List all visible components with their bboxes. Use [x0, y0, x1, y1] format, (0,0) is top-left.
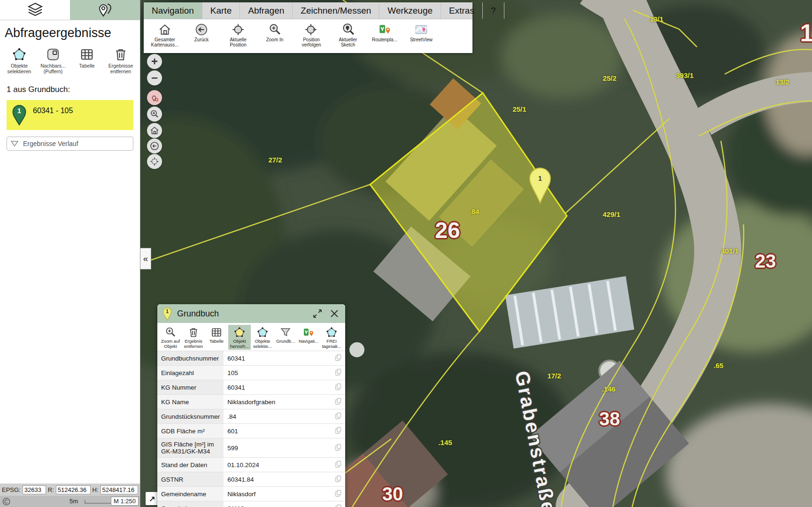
results-history-toggle[interactable]: Ergebnisse Verlauf	[7, 137, 133, 151]
house-number: 23	[755, 251, 776, 272]
table-view-button[interactable]: Tabelle	[205, 325, 228, 350]
map-zoom-in-button[interactable]: +	[147, 54, 162, 69]
back-icon	[195, 23, 208, 36]
cell-value: 599	[224, 438, 325, 458]
copy-button[interactable]	[334, 475, 342, 483]
tab-layers[interactable]	[0, 0, 70, 20]
copy-button[interactable]	[334, 426, 342, 434]
zoom-box-button[interactable]	[147, 107, 162, 122]
cell-value: Niklasdorfgraben	[224, 395, 325, 409]
menu-werkzeuge[interactable]: Werkzeuge	[379, 2, 441, 19]
tab-query-results[interactable]	[70, 0, 140, 20]
zoom-in-tool-button[interactable]: Zoom In	[257, 20, 292, 53]
grundbuch-filter-button[interactable]: Grundb...	[274, 325, 297, 350]
zoom-in-icon	[268, 23, 281, 36]
copy-button[interactable]	[334, 489, 342, 497]
full-extent-button[interactable]: Gesamter Kartenauss...	[147, 20, 182, 53]
sidebar-tabbar	[0, 0, 140, 20]
scalebar	[85, 500, 114, 504]
h-coordinate-input[interactable]: 5248417.16	[101, 485, 138, 494]
popup-close-button[interactable]	[328, 307, 340, 320]
r-coordinate-input[interactable]: 512426.36	[56, 485, 91, 494]
cell-value: 61110	[224, 501, 325, 507]
remove-results-button[interactable]: Ergebnisse entfernen	[106, 47, 135, 75]
cell-value: Niklasdorf	[224, 487, 325, 501]
navigation-toolbar: Gesamter Kartenauss... Zurück Aktuelle P…	[144, 19, 472, 53]
expand-icon	[312, 308, 323, 319]
free-polygon-button[interactable]: FREI tagesak...	[320, 325, 343, 350]
cell-value: 01.10.2024	[224, 458, 325, 472]
sidebar-tools: Objekte selektieren Nachbars... (Puffern…	[0, 42, 140, 77]
cell-value: .84	[224, 409, 325, 424]
menu-zeichnen-messen[interactable]: Zeichnen/Messen	[293, 2, 379, 19]
trash-icon	[114, 47, 128, 61]
current-sketch-button[interactable]: Aktueller Sketch	[331, 20, 365, 53]
menu-navigation[interactable]: Navigation	[144, 2, 202, 19]
result-item[interactable]: 1 60341 - 105	[7, 100, 133, 130]
menu-extras[interactable]: Extras	[441, 2, 483, 19]
copy-button[interactable]	[334, 460, 342, 468]
magnifier-plus-icon	[150, 109, 159, 119]
table-row: Einlagezahl105	[157, 366, 345, 380]
streetview-button[interactable]: StreetView	[404, 20, 439, 53]
table-row: Grundbuchsnummer60341	[157, 351, 345, 366]
popup-expand-button[interactable]	[311, 307, 324, 320]
map-viewport[interactable]: 13/1 393/1 25/2 13/2 25/1 27/2 429/1 401…	[140, 0, 812, 507]
copy-button[interactable]	[334, 412, 342, 420]
table-row: Gemeindenummer61110	[157, 501, 345, 507]
table-row: GSTNR60341.84	[157, 472, 345, 487]
epsg-input[interactable]: 32633	[23, 485, 46, 494]
cell-value: 105	[224, 366, 325, 380]
copyright-icon[interactable]	[2, 498, 10, 506]
route-icon	[303, 327, 314, 338]
popup-toolbar: Zoom auf Objekt Ergebnis entfernen Tabel…	[157, 323, 345, 351]
expand-map-button[interactable]: ↗	[146, 492, 159, 505]
locate-button[interactable]	[147, 154, 162, 169]
scale-row: 5m M 1:250	[0, 496, 140, 507]
table-row: GDB Fläche m²601	[157, 424, 345, 438]
house-number: 26	[435, 217, 460, 243]
copy-button[interactable]	[334, 443, 342, 451]
house-number: 38	[599, 408, 620, 430]
copy-button[interactable]	[334, 383, 342, 391]
sidebar: Abfrageergebnisse Objekte selektieren Na…	[0, 0, 140, 507]
table-row: GemeindenameNiklasdorf	[157, 487, 345, 501]
menu-bar: Navigation Karte Abfragen Zeichnen/Messe…	[144, 2, 472, 19]
copy-button[interactable]	[334, 397, 342, 405]
house-number: 30	[382, 484, 403, 505]
house-number: 1	[800, 19, 812, 47]
sidebar-collapse-button[interactable]: «	[140, 248, 151, 269]
copy-button[interactable]	[334, 504, 342, 507]
r-label: R:	[48, 486, 54, 493]
clear-marker-button[interactable]	[147, 90, 162, 105]
navigation-route-button[interactable]: Navigati...	[297, 325, 320, 350]
layers-icon	[26, 2, 45, 17]
menu-abfragen[interactable]: Abfragen	[240, 2, 293, 19]
menu-karte[interactable]: Karte	[202, 2, 240, 19]
zoom-to-object-button[interactable]: Zoom auf Objekt	[159, 325, 182, 350]
home-extent-button[interactable]	[147, 123, 162, 138]
menu-help[interactable]: ?	[483, 2, 504, 19]
previous-extent-button[interactable]	[147, 138, 162, 154]
map-scale-input[interactable]: M 1:250	[111, 497, 139, 506]
free-polygon-icon	[326, 327, 337, 338]
route-planner-button[interactable]: Routenpla...	[367, 20, 402, 53]
cell-value: 60341.84	[224, 472, 325, 487]
track-position-button[interactable]: Position verfolgen	[294, 20, 329, 53]
select-objects-button[interactable]: Objekte selektie...	[251, 325, 274, 350]
select-objects-button[interactable]: Objekte selektieren	[5, 47, 34, 75]
remove-result-button[interactable]: Ergebnis entfernen	[182, 325, 205, 350]
copy-button[interactable]	[334, 353, 342, 361]
triangle-down-icon	[11, 141, 18, 146]
highlight-object-button[interactable]: Objekt hervorh...	[228, 325, 251, 350]
copy-button[interactable]	[334, 368, 342, 376]
map-zoom-out-button[interactable]: −	[147, 70, 162, 85]
table-row: Grundstücksnummer.84	[157, 409, 345, 424]
back-button[interactable]: Zurück	[184, 20, 219, 53]
buffer-neighbors-button[interactable]: Nachbars... (Puffern)	[39, 47, 68, 75]
table-button[interactable]: Tabelle	[72, 47, 101, 75]
current-position-button[interactable]: Aktuelle Position	[221, 20, 255, 53]
popup-header[interactable]: 1 Grundbuch	[157, 304, 345, 323]
pin-remove-icon	[150, 93, 159, 102]
table-icon	[211, 327, 222, 338]
